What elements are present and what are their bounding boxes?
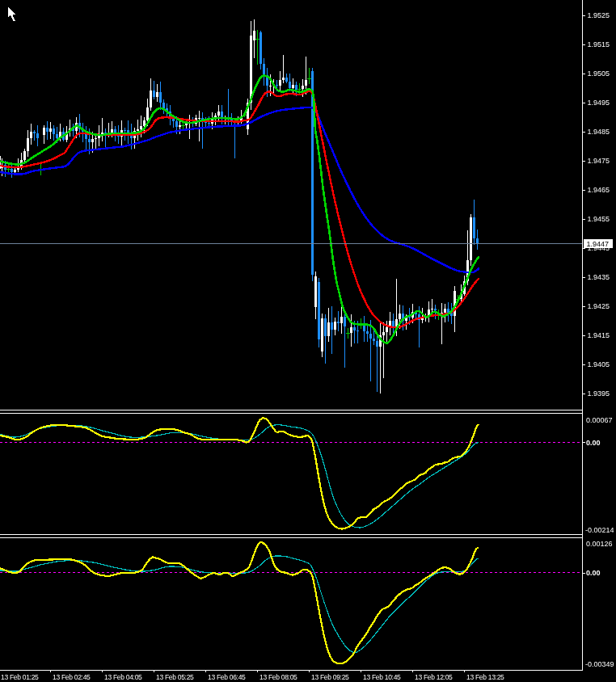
svg-text:13 Feb 04:05: 13 Feb 04:05	[104, 673, 142, 681]
svg-text:13 Feb 05:25: 13 Feb 05:25	[156, 673, 194, 681]
svg-text:13 Feb 06:45: 13 Feb 06:45	[208, 673, 246, 681]
svg-text:1.9447: 1.9447	[587, 240, 610, 248]
svg-text:1.9515: 1.9515	[588, 40, 610, 48]
svg-text:1.9455: 1.9455	[588, 215, 610, 223]
svg-text:1.9525: 1.9525	[588, 11, 610, 19]
svg-text:13 Feb 02:45: 13 Feb 02:45	[53, 673, 91, 681]
svg-text:1.9505: 1.9505	[588, 69, 610, 78]
svg-text:1.9405: 1.9405	[588, 360, 610, 368]
svg-text:-0.00349: -0.00349	[585, 660, 614, 668]
svg-text:1.9395: 1.9395	[588, 389, 610, 398]
svg-text:1.9465: 1.9465	[588, 186, 610, 194]
svg-text:-0.00214: -0.00214	[585, 526, 614, 534]
svg-text:1.9425: 1.9425	[588, 302, 610, 310]
svg-text:13 Feb 08:05: 13 Feb 08:05	[259, 673, 297, 681]
svg-text:0.00: 0.00	[586, 439, 601, 447]
svg-text:13 Feb 13:25: 13 Feb 13:25	[466, 673, 504, 681]
svg-text:13 Feb 12:05: 13 Feb 12:05	[415, 673, 453, 681]
svg-text:13 Feb 09:25: 13 Feb 09:25	[311, 673, 349, 681]
svg-text:1.9415: 1.9415	[588, 331, 610, 339]
svg-text:1.9475: 1.9475	[588, 157, 610, 165]
svg-text:0.00126: 0.00126	[586, 540, 613, 548]
svg-text:13 Feb 10:45: 13 Feb 10:45	[363, 673, 401, 681]
svg-text:1.9495: 1.9495	[588, 99, 610, 107]
svg-text:0.00: 0.00	[586, 569, 601, 577]
svg-text:1.9435: 1.9435	[588, 273, 610, 281]
svg-text:0.00067: 0.00067	[586, 416, 613, 424]
svg-text:1.9485: 1.9485	[588, 128, 610, 136]
svg-text:13 Feb 01:25: 13 Feb 01:25	[1, 673, 39, 681]
